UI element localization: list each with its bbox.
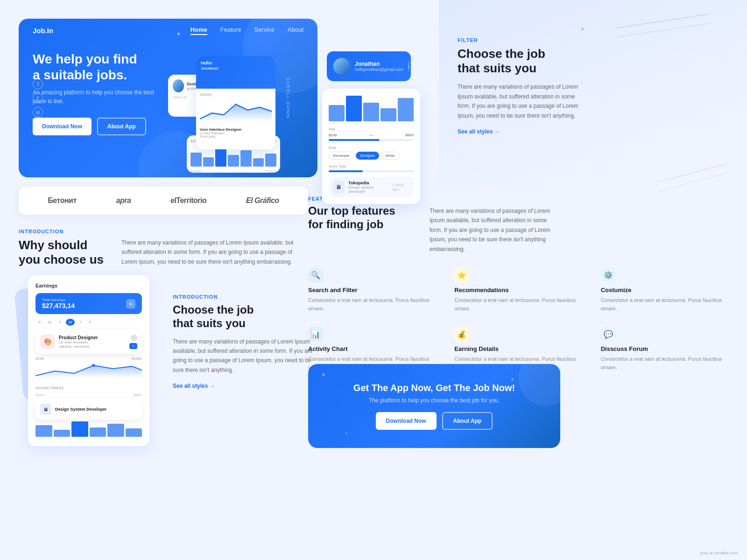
nav-link-home[interactable]: Home (190, 26, 207, 35)
brand-elterritorio: elTerritorio (170, 196, 206, 205)
phone-mockup-area: Gustavo Fring gustavofring@gmail.com Sho… (168, 47, 308, 177)
income-history: Income History $100 $800 🖥 Design System… (35, 385, 142, 439)
hero-subtitle: An amazing platform to help you choose t… (33, 88, 163, 106)
features-desc: There are many variations of passages of… (430, 206, 560, 254)
nav-link-feature[interactable]: Feature (220, 26, 241, 35)
feature-activity-name: Activity Chart (308, 345, 436, 352)
day-t1[interactable]: T (56, 319, 64, 326)
nav-links: Home Feature Service About (190, 26, 303, 35)
job-card-location: Jakarta, Indonesia (59, 344, 98, 349)
main-mockup-card: Hello! Jonathan! Activity (196, 56, 275, 149)
nav-logo: Job.In (33, 27, 53, 35)
intro-choose-see-all[interactable]: See all styles → (173, 383, 215, 389)
feature-search-name: Search and Filter (308, 287, 436, 294)
role-developer[interactable]: Developer (329, 152, 354, 160)
feature-search: 🔍 Search and Filter Consectetur a erat n… (308, 268, 436, 313)
jonathan-card: Jonathan hellojonathan@gmail.com › (327, 51, 411, 81)
svg-line-2 (616, 23, 710, 37)
job-card-icon: 🎨 (40, 334, 55, 349)
day-w[interactable]: W (66, 319, 75, 326)
about-app-button[interactable]: About App (97, 118, 146, 135)
svg-line-4 (658, 173, 728, 191)
intro-choose-label: INTRODUCTION (173, 294, 313, 300)
feature-forum-desc: Consectetur a erat nam at lectusurna. Pu… (601, 355, 728, 371)
earnings-label: Total earnings (42, 298, 75, 302)
filter-section: FILTER Choose the job that suits you The… (458, 37, 588, 135)
feature-forum: 💬 Disscuss Forum Consectetur a erat nam … (601, 327, 728, 371)
page-wrapper: Job.In Home Feature Service About We hel… (0, 0, 747, 560)
jonathan-avatar (333, 58, 350, 75)
recommendations-feature-icon: ⭐ (454, 268, 469, 283)
day-tabs: S M T W T F (35, 319, 142, 326)
feature-costumize-name: Costumize (601, 287, 728, 294)
hero-title: We help you find a suitable jobs. (33, 51, 163, 83)
twitter-icon[interactable]: 𝕋 (33, 79, 43, 89)
brand-betonit: Бетонит (48, 196, 76, 205)
day-s[interactable]: S (35, 319, 43, 326)
cta-download-button[interactable]: Download Now (376, 412, 437, 430)
job-item-date: 2 Days ago (392, 183, 410, 191)
intro-why-label: INTRODUCTION (19, 229, 308, 234)
salary-range-section: Pay $100 — $800 (329, 127, 414, 141)
job-card-sub: 18 Jobs Available (59, 340, 98, 344)
feature-recommendations-desc: Consectetur a erat nam at lectusurna. Pu… (454, 296, 582, 313)
day-f[interactable]: F (86, 319, 94, 326)
filter-desc: There are many variations of passages of… (458, 82, 588, 120)
feature-recommendations-name: Recommendations (454, 287, 582, 294)
feature-earning-name: Earning Details (454, 345, 582, 352)
job-item-title: Tokopedia (348, 181, 388, 185)
deco-dot-1 (177, 33, 180, 35)
feature-recommendations: ⭐ Recommendations Consectetur a erat nam… (454, 268, 582, 313)
features-section: FEATURES Our top features for finding jo… (308, 196, 728, 371)
job-card-title: Product Designer (59, 335, 98, 340)
hero-content: We help you find a suitable jobs. An ama… (33, 51, 163, 135)
forum-feature-icon: 💬 (601, 327, 616, 342)
instagram-icon[interactable]: ◎ (33, 107, 43, 117)
activity-feature-icon: 📊 (308, 327, 323, 342)
cta-subtitle: The platform to help you choose the best… (369, 397, 500, 404)
cta-title: Get The App Now, Get The Job Now! (353, 383, 515, 393)
nav-link-about[interactable]: About (288, 26, 303, 35)
earnings-mockup: Earnings Total earnings $27,473,14 + S M… (28, 275, 163, 406)
feature-costumize-desc: Consectetur a erat nam at lectusurna. Pu… (601, 296, 728, 313)
intro-why-section: INTRODUCTION Why should you choose us Th… (19, 229, 308, 267)
role-designer[interactable]: Designer (356, 152, 379, 160)
jonathan-arrow-button[interactable]: › (408, 61, 410, 71)
worktype-section: Work Type (329, 164, 414, 172)
watermark: post at uimaker.com (700, 551, 738, 555)
day-t2[interactable]: T (77, 319, 85, 326)
feature-forum-name: Disscuss Forum (601, 345, 728, 352)
filter-see-all[interactable]: See all styles → (458, 128, 500, 135)
filter-title: Choose the job that suits you (458, 47, 588, 76)
role-writer[interactable]: Writer (381, 152, 399, 160)
nav-link-service[interactable]: Service (254, 26, 275, 35)
filter-label: FILTER (458, 37, 588, 43)
download-now-button[interactable]: Download Now (33, 118, 92, 135)
facebook-icon[interactable]: f (33, 93, 43, 103)
svg-line-1 (616, 14, 710, 28)
features-grid: 🔍 Search and Filter Consectetur a erat n… (308, 268, 728, 371)
hero-section: Job.In Home Feature Service About We hel… (19, 19, 317, 177)
svg-point-0 (92, 364, 95, 367)
job-apply-button[interactable]: + (129, 343, 137, 349)
earnings-amount: $27,473,14 (42, 302, 75, 309)
navigation: Job.In Home Feature Service About (19, 19, 317, 42)
job-item-icon: 🖥 (332, 181, 345, 194)
jonathan-email: hellojonathan@gmail.com (355, 67, 403, 72)
cta-buttons: Download Now About App (376, 412, 493, 430)
feature-costumize: ⚙️ Costumize Consectetur a erat nam at l… (601, 268, 728, 313)
earnings-card-title: Earnings (35, 283, 142, 288)
brands-strip: Бетонит apra elTerritorio El Gráfico (19, 187, 308, 215)
brand-apra: apra (116, 196, 131, 205)
day-m[interactable]: M (45, 319, 54, 326)
hero-buttons: Download Now About App (33, 118, 163, 135)
job-card: 🎨 Product Designer 18 Jobs Available Jak… (35, 329, 142, 354)
brand-elgrafico: El Gráfico (246, 196, 279, 205)
jonathan-name: Jonathan (355, 61, 403, 67)
feature-search-desc: Consectetur a erat nam at lectusurna. Pu… (308, 296, 436, 313)
cta-about-button[interactable]: About App (442, 412, 493, 430)
job-detail-card: Pay $100 — $800 Role Developer Designer … (322, 89, 420, 204)
intro-choose-desc: There are many variations of passages of… (173, 337, 313, 375)
search-feature-icon: 🔍 (308, 268, 323, 283)
earnings-add-button[interactable]: + (126, 299, 135, 308)
